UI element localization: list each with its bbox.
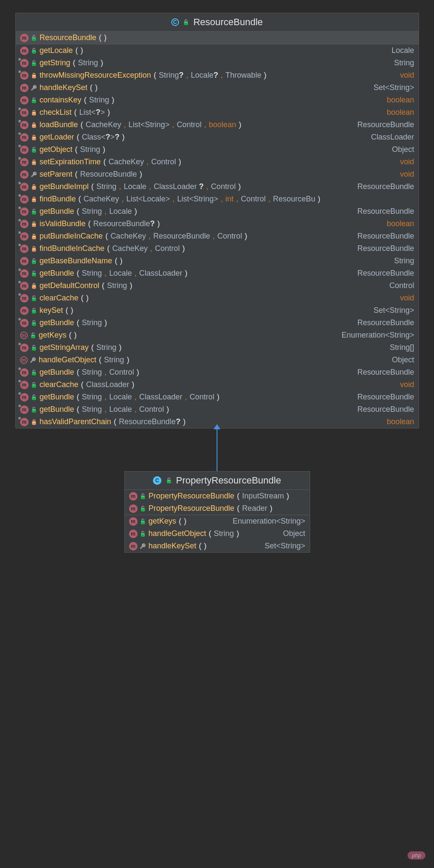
member-row[interactable]: mPropertyResourceBundle (InputStream) xyxy=(125,490,310,502)
member-row[interactable]: mgetKeys()Enumeration<String> xyxy=(125,515,310,527)
class-section: mgetLocale()LocalemgetString(String)Stri… xyxy=(16,44,419,428)
method-icon: m xyxy=(20,232,29,241)
member-row[interactable]: misValidBundle (ResourceBundle?)boolean xyxy=(16,218,419,230)
method-icon: m xyxy=(20,207,29,216)
method-icon: m xyxy=(20,108,29,117)
member-row[interactable]: mgetKeys()Enumeration<String> xyxy=(16,329,419,341)
member-row[interactable]: mloadBundle (CacheKey, List<String>, Con… xyxy=(16,119,419,131)
member-row[interactable]: mgetStringArray(String)String[] xyxy=(16,341,419,354)
method-icon: m xyxy=(20,294,29,303)
member-row[interactable]: mhandleGetObject(String)Object xyxy=(125,527,310,540)
member-row[interactable]: mgetString(String)String xyxy=(16,57,419,69)
visibility-icon xyxy=(31,394,37,400)
method-icon: m xyxy=(20,332,28,339)
method-icon: m xyxy=(129,517,138,526)
member-row[interactable]: mgetBundle(String, Locale, Control)Resou… xyxy=(16,403,419,416)
method-icon: m xyxy=(129,492,138,501)
member-row[interactable]: mgetBundleImpl (String, Locale, ClassLoa… xyxy=(16,181,419,193)
member-row[interactable]: mfindBundleInCache(CacheKey, Control)Res… xyxy=(16,242,419,255)
visibility-icon xyxy=(31,233,37,239)
method-icon: m xyxy=(20,158,29,166)
method-icon: m xyxy=(129,542,138,551)
visibility-icon xyxy=(31,221,37,227)
method-icon: m xyxy=(20,121,29,129)
method-icon: m xyxy=(20,381,29,389)
visibility-icon xyxy=(140,518,146,524)
visibility-icon xyxy=(31,382,37,388)
method-icon: m xyxy=(20,59,29,67)
visibility-icon xyxy=(31,35,37,41)
visibility-icon xyxy=(140,493,146,499)
class-section: mPropertyResourceBundle (InputStream)mPr… xyxy=(125,490,310,515)
visibility-icon xyxy=(31,147,37,153)
member-row[interactable]: mputBundleInCache(CacheKey, ResourceBund… xyxy=(16,230,419,242)
member-row[interactable]: mgetBundle(String)ResourceBundle xyxy=(16,317,419,329)
class-title: PropertyResourceBundle xyxy=(176,475,281,486)
member-row[interactable]: mgetBaseBundleName ()String xyxy=(16,255,419,267)
method-icon: m xyxy=(20,220,29,228)
visibility-icon xyxy=(31,184,37,190)
member-row[interactable]: mgetBundle(String, Locale)ResourceBundle xyxy=(16,205,419,218)
member-row[interactable]: mthrowMissingResourceException (String?,… xyxy=(16,69,419,82)
visibility-icon xyxy=(31,85,37,91)
member-row[interactable]: mgetBundle(String, Locale, ClassLoader ,… xyxy=(16,391,419,403)
member-row[interactable]: mclearCache (ClassLoader )void xyxy=(16,379,419,391)
method-icon: m xyxy=(20,282,29,290)
method-icon: m xyxy=(20,368,29,377)
method-icon: m xyxy=(20,405,29,414)
member-row[interactable]: mResourceBundle() xyxy=(16,32,419,44)
visibility-icon xyxy=(31,258,37,264)
member-row[interactable]: mkeySet()Set<String> xyxy=(16,304,419,317)
visibility-icon xyxy=(31,345,37,351)
member-row[interactable]: mhandleKeySet()Set<String> xyxy=(125,540,310,552)
visibility-icon xyxy=(183,19,189,25)
visibility-icon xyxy=(31,209,37,215)
method-icon: m xyxy=(20,344,29,352)
visibility-icon xyxy=(31,271,37,277)
member-row[interactable]: mcontainsKey(String)boolean xyxy=(16,94,419,106)
method-icon: m xyxy=(20,170,29,179)
visibility-icon xyxy=(140,506,146,512)
class-header: CResourceBundle xyxy=(16,13,419,32)
member-row[interactable]: msetExpirationTime (CacheKey, Control)vo… xyxy=(16,156,419,168)
member-row[interactable]: mgetDefaultControl(String)Control xyxy=(16,280,419,292)
method-icon: m xyxy=(20,269,29,278)
method-icon: m xyxy=(20,96,29,105)
member-row[interactable]: mgetBundle(String, Locale, ClassLoader )… xyxy=(16,267,419,280)
visibility-icon xyxy=(31,283,37,289)
member-row[interactable]: mfindBundle(CacheKey, List<Locale>, List… xyxy=(16,193,419,205)
visibility-icon xyxy=(31,73,37,79)
visibility-icon xyxy=(31,110,37,116)
visibility-icon xyxy=(31,48,37,54)
method-icon: m xyxy=(20,195,29,204)
member-row[interactable]: mclearCache ()void xyxy=(16,292,419,304)
visibility-icon xyxy=(31,370,37,376)
method-icon: m xyxy=(20,356,28,364)
visibility-icon xyxy=(31,60,37,66)
visibility-icon xyxy=(30,357,36,363)
visibility-icon xyxy=(31,134,37,140)
class-diagram-box: CPropertyResourceBundlemPropertyResource… xyxy=(124,471,310,553)
class-icon: C xyxy=(153,476,161,485)
member-row[interactable]: mgetLocale()Locale xyxy=(16,44,419,57)
method-icon: m xyxy=(129,530,138,538)
visibility-icon xyxy=(31,407,37,413)
method-icon: m xyxy=(20,319,29,327)
method-icon: m xyxy=(20,245,29,253)
method-icon: m xyxy=(20,34,29,42)
member-row[interactable]: mhandleGetObject(String)Object xyxy=(16,354,419,366)
method-icon: m xyxy=(20,71,29,80)
class-diagram-box: CResourceBundlemResourceBundle()mgetLoca… xyxy=(15,13,419,428)
class-header: CPropertyResourceBundle xyxy=(125,472,310,490)
visibility-icon xyxy=(31,122,37,128)
visibility-icon xyxy=(31,97,37,103)
member-row[interactable]: mPropertyResourceBundle (Reader) xyxy=(125,502,310,515)
member-row[interactable]: mcheckList(List<?>)boolean xyxy=(16,106,419,119)
class-section: mResourceBundle() xyxy=(16,32,419,44)
member-row[interactable]: msetParent(ResourceBundle)void xyxy=(16,168,419,181)
visibility-icon xyxy=(31,295,37,301)
member-row[interactable]: mgetBundle(String, Control)ResourceBundl… xyxy=(16,366,419,379)
member-row[interactable]: mhandleKeySet()Set<String> xyxy=(16,82,419,94)
member-row[interactable]: mgetLoader (Class<?>?)ClassLoader xyxy=(16,131,419,143)
member-row[interactable]: mgetObject(String)Object xyxy=(16,143,419,156)
